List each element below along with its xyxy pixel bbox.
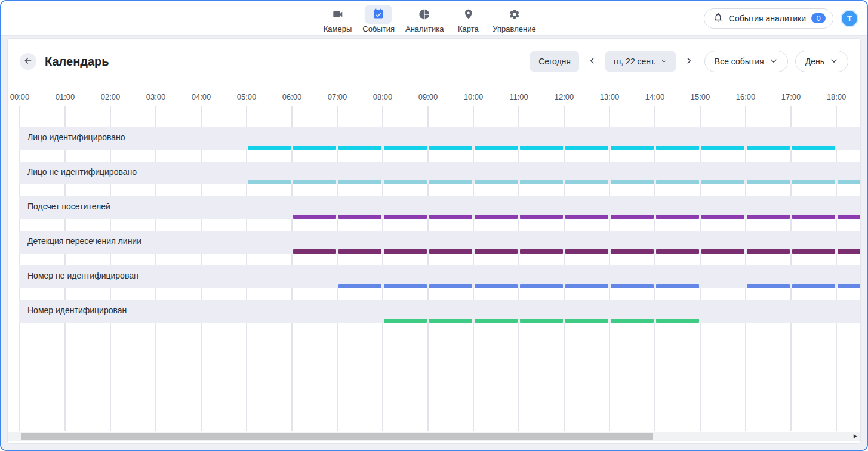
event-bar-segment[interactable] xyxy=(838,284,860,288)
event-bar-segment[interactable] xyxy=(429,249,472,254)
next-day-button[interactable] xyxy=(681,53,697,70)
event-bar-segment[interactable] xyxy=(792,180,835,184)
event-bar-segment[interactable] xyxy=(475,146,518,150)
nav-item-management[interactable]: Управление xyxy=(490,2,538,35)
event-bar-segment[interactable] xyxy=(656,146,699,150)
event-bar-segment[interactable] xyxy=(520,146,563,150)
event-bar-segment[interactable] xyxy=(293,215,336,219)
user-avatar[interactable]: T xyxy=(841,10,858,27)
event-bar-segment[interactable] xyxy=(611,146,654,150)
event-bar-segment[interactable] xyxy=(747,284,790,288)
scroll-right-arrow-icon[interactable] xyxy=(851,433,859,440)
event-bar-segment[interactable] xyxy=(747,215,790,219)
event-bar-segment[interactable] xyxy=(520,284,563,288)
hour-label: 15:00 xyxy=(691,92,710,101)
event-bar-segment[interactable] xyxy=(338,215,381,219)
event-bar-segment[interactable] xyxy=(338,249,381,254)
scale-selector-label: День xyxy=(805,57,824,66)
event-bar-segment[interactable] xyxy=(429,319,472,323)
event-bar-segment[interactable] xyxy=(792,249,835,254)
event-bar-segment[interactable] xyxy=(611,180,654,184)
event-bar-segment[interactable] xyxy=(338,284,381,288)
event-bar-segment[interactable] xyxy=(429,215,472,219)
scrollbar-thumb[interactable] xyxy=(21,433,653,440)
arrow-left-icon xyxy=(23,56,33,67)
event-bar-segment[interactable] xyxy=(384,284,427,288)
date-selector[interactable]: пт, 22 сент. xyxy=(605,51,676,72)
event-bar-segment[interactable] xyxy=(293,146,336,150)
event-type-filter[interactable]: Все события xyxy=(704,51,788,72)
event-bar-segment[interactable] xyxy=(429,284,472,288)
event-bar-segment[interactable] xyxy=(701,146,744,150)
event-bar-segment[interactable] xyxy=(475,215,518,219)
event-bar-segment[interactable] xyxy=(429,180,472,184)
nav-item-label: Камеры xyxy=(324,24,352,33)
event-bar-segment[interactable] xyxy=(701,180,744,184)
event-bar-segment[interactable] xyxy=(792,146,835,150)
today-button[interactable]: Сегодня xyxy=(530,51,579,72)
calendar-header: Календарь Сегодня пт, 22 сент. xyxy=(8,39,860,84)
event-bar-segment[interactable] xyxy=(565,319,608,323)
event-bar-segment[interactable] xyxy=(792,215,835,219)
scale-selector[interactable]: День xyxy=(795,51,848,72)
event-bar-segment[interactable] xyxy=(611,284,654,288)
analytics-events-button[interactable]: События аналитики 0 xyxy=(704,8,833,29)
horizontal-scrollbar[interactable] xyxy=(8,432,860,441)
event-bar-segment[interactable] xyxy=(384,180,427,184)
timeline-row-label: Номер не идентифицирован xyxy=(27,271,138,280)
event-bar-segment[interactable] xyxy=(747,180,790,184)
event-bar-segment[interactable] xyxy=(656,284,699,288)
event-bar-segment[interactable] xyxy=(384,146,427,150)
event-bar-segment[interactable] xyxy=(565,284,608,288)
event-bar-segment[interactable] xyxy=(293,249,336,254)
event-bar-segment[interactable] xyxy=(565,249,608,254)
hour-label: 12:00 xyxy=(555,92,574,101)
back-button[interactable] xyxy=(20,53,36,70)
pie-chart-icon xyxy=(411,5,438,24)
hour-label: 04:00 xyxy=(192,92,211,101)
event-bar-segment[interactable] xyxy=(475,284,518,288)
event-bar-segment[interactable] xyxy=(475,249,518,254)
event-bar-segment[interactable] xyxy=(520,249,563,254)
nav-item-cameras[interactable]: Камеры xyxy=(321,2,355,35)
event-bar-segment[interactable] xyxy=(747,249,790,254)
event-bar-segment[interactable] xyxy=(747,146,790,150)
event-bar-segment[interactable] xyxy=(565,215,608,219)
event-bar-segment[interactable] xyxy=(338,146,381,150)
event-bar-segment[interactable] xyxy=(384,319,427,323)
event-bar-segment[interactable] xyxy=(293,180,336,184)
event-bar-segment[interactable] xyxy=(838,180,860,184)
event-bar-segment[interactable] xyxy=(838,215,860,219)
event-bar-segment[interactable] xyxy=(792,284,835,288)
event-bar-segment[interactable] xyxy=(656,215,699,219)
event-bar-segment[interactable] xyxy=(475,180,518,184)
event-bar-segment[interactable] xyxy=(838,249,860,254)
event-bar-segment[interactable] xyxy=(338,180,381,184)
event-bar-segment[interactable] xyxy=(520,319,563,323)
event-bar-segment[interactable] xyxy=(565,180,608,184)
timeline-row-label: Лицо не идентифицировано xyxy=(27,167,137,177)
event-bar-segment[interactable] xyxy=(520,215,563,219)
event-bar-segment[interactable] xyxy=(248,146,291,150)
event-bar-segment[interactable] xyxy=(384,249,427,254)
event-bar-segment[interactable] xyxy=(656,249,699,254)
event-bar-segment[interactable] xyxy=(475,319,518,323)
event-bar-segment[interactable] xyxy=(701,249,744,254)
event-bar-segment[interactable] xyxy=(701,215,744,219)
event-bar-segment[interactable] xyxy=(611,215,654,219)
event-bar-segment[interactable] xyxy=(384,215,427,219)
event-bar-segment[interactable] xyxy=(520,180,563,184)
nav-item-events[interactable]: События xyxy=(360,2,397,35)
prev-day-button[interactable] xyxy=(584,53,601,70)
nav-item-label: Аналитика xyxy=(405,24,444,33)
timeline-row-label: Номер идентифицирован xyxy=(27,305,127,315)
event-bar-segment[interactable] xyxy=(656,319,699,323)
nav-item-map[interactable]: Карта xyxy=(452,2,484,35)
event-bar-segment[interactable] xyxy=(611,319,654,323)
event-bar-segment[interactable] xyxy=(429,146,472,150)
event-bar-segment[interactable] xyxy=(248,180,291,184)
nav-item-analytics[interactable]: Аналитика xyxy=(403,2,446,35)
event-bar-segment[interactable] xyxy=(565,146,608,150)
event-bar-segment[interactable] xyxy=(611,249,654,254)
event-bar-segment[interactable] xyxy=(656,180,699,184)
